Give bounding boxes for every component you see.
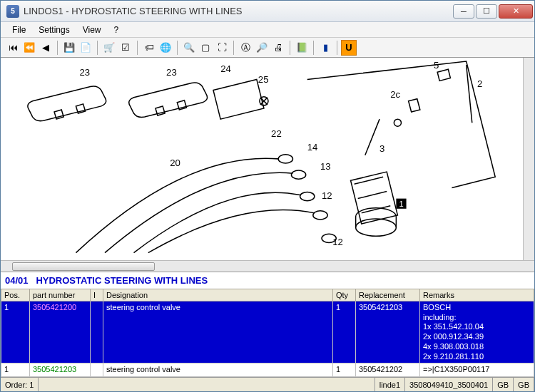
flag-icon[interactable]: ▮	[317, 40, 333, 56]
cell-remarks: BOSCH including: 1x 351.542.10.04 2x 000…	[420, 301, 534, 363]
titlebar: 5 LINDOS1 - HYDROSTATIC STEERING WITH LI…	[1, 1, 534, 22]
parts-diagram: 1 23 23 24 25 22 20 14 13 12 12 2c 3 5 2	[1, 58, 534, 260]
tag-icon[interactable]: 🏷	[141, 40, 157, 56]
u-icon[interactable]: U	[341, 40, 357, 56]
callout-2: 2	[477, 78, 482, 89]
toolbar: ⏮ ⏪ ◀ 💾 📄 🛒 ☑ 🏷 🌐 🔍 ▢ ⛶ Ⓐ 🔎 🖨 📗 ▮ U	[1, 38, 534, 58]
separator	[57, 41, 58, 55]
export-icon[interactable]: 📄	[78, 40, 93, 56]
table-row[interactable]: 13505421203steering control valve1350542…	[1, 363, 534, 377]
status-spacer	[39, 378, 374, 391]
col-qty[interactable]: Qty	[333, 289, 356, 301]
svg-point-2	[291, 170, 305, 179]
separator	[290, 41, 290, 55]
zoom-in-icon[interactable]: 🔍	[181, 40, 197, 56]
menu-file[interactable]: File	[6, 24, 31, 36]
cell-replacement: 3505421203	[356, 301, 420, 363]
svg-point-3	[300, 192, 315, 200]
separator	[313, 41, 314, 55]
separator	[177, 41, 178, 55]
callout-2c: 2c	[390, 89, 400, 100]
menu-view[interactable]: View	[77, 24, 107, 36]
a-icon[interactable]: Ⓐ	[238, 40, 253, 56]
parts-table: Pos. part number I Designation Qty Repla…	[1, 289, 534, 377]
globe-icon[interactable]: 🌐	[158, 40, 173, 56]
cart-icon[interactable]: 🛒	[101, 40, 117, 56]
diagram-viewport[interactable]: 1 23 23 24 25 22 20 14 13 12 12 2c 3 5 2	[1, 58, 534, 260]
cell-partnum: 3505421203	[30, 363, 91, 377]
svg-text:1: 1	[399, 200, 403, 208]
callout-24: 24	[220, 63, 231, 74]
col-pos[interactable]: Pos.	[1, 289, 30, 301]
col-designation[interactable]: Designation	[103, 289, 333, 301]
maximize-button[interactable]: ☐	[476, 4, 497, 19]
callout-23a: 23	[80, 67, 91, 78]
col-remarks[interactable]: Remarks	[420, 289, 534, 301]
separator	[233, 41, 234, 55]
book-icon[interactable]: 📗	[294, 40, 310, 56]
menu-settings[interactable]: Settings	[33, 24, 75, 36]
callout-14: 14	[307, 142, 318, 153]
svg-point-4	[313, 211, 327, 220]
save-icon[interactable]: 💾	[61, 40, 77, 56]
order-value: 1	[29, 381, 34, 389]
status-code: 3508049410_3500401	[405, 378, 493, 391]
prev-icon[interactable]: ◀	[38, 40, 54, 56]
cell-designation: steering control valve	[103, 301, 333, 363]
table-row[interactable]: 13505421200steering control valve1350542…	[1, 301, 534, 363]
status-lang2: GB	[514, 378, 534, 391]
scrollbar-vertical[interactable]	[523, 58, 534, 260]
cell-qty: 1	[333, 301, 356, 363]
status-user: linde1	[375, 378, 405, 391]
status-order: Order: 1	[1, 378, 39, 391]
scroll-thumb[interactable]	[12, 262, 155, 271]
section-title: HYDROSTATIC STEERING WITH LINES	[36, 275, 208, 286]
svg-point-9	[394, 119, 401, 126]
cell-pos: 1	[1, 301, 30, 363]
close-button[interactable]: ✕	[499, 4, 533, 19]
find-icon[interactable]: 🔎	[254, 40, 270, 56]
separator	[97, 41, 98, 55]
cell-i	[91, 301, 103, 363]
cell-replacement: 3505421202	[356, 363, 420, 377]
cell-i	[91, 363, 103, 377]
svg-point-6	[356, 219, 397, 236]
cell-partnum: 3505421200	[30, 301, 91, 363]
status-lang1: GB	[493, 378, 514, 391]
parts-table-area: 04/01 HYDROSTATIC STEERING WITH LINES Po…	[1, 272, 534, 377]
rewind-icon[interactable]: ⏪	[21, 40, 37, 56]
callout-12a: 12	[322, 190, 332, 201]
window-buttons: ─ ☐ ✕	[452, 4, 533, 19]
scrollbar-horizontal[interactable]	[1, 260, 534, 272]
statusbar: Order: 1 linde1 3508049410_3500401 GB GB	[1, 377, 534, 391]
table-header-row: Pos. part number I Designation Qty Repla…	[1, 289, 534, 301]
app-window: 5 LINDOS1 - HYDROSTATIC STEERING WITH LI…	[0, 0, 535, 392]
callout-20: 20	[170, 158, 180, 168]
section-code: 04/01	[5, 275, 29, 286]
col-replacement[interactable]: Replacement	[356, 289, 420, 301]
separator	[337, 41, 337, 55]
callout-22: 22	[271, 128, 282, 139]
menubar: File Settings View ?	[1, 22, 534, 38]
callout-12b: 12	[332, 237, 343, 247]
order-label: Order:	[5, 381, 27, 389]
col-i[interactable]: I	[91, 289, 103, 301]
col-partnum[interactable]: part number	[30, 289, 91, 301]
callout-3: 3	[379, 143, 384, 154]
menu-help[interactable]: ?	[108, 24, 125, 36]
page-icon[interactable]: ▢	[198, 40, 213, 56]
app-icon: 5	[6, 5, 19, 18]
cell-remarks: =>|C1X350P00117	[420, 363, 534, 377]
first-icon[interactable]: ⏮	[5, 40, 21, 56]
callout-23b: 23	[166, 67, 177, 78]
cell-pos: 1	[1, 363, 30, 377]
callout-25: 25	[258, 74, 269, 85]
fit-icon[interactable]: ⛶	[214, 40, 230, 56]
cell-designation: steering control valve	[103, 363, 333, 377]
svg-point-1	[278, 155, 292, 163]
minimize-button[interactable]: ─	[453, 4, 474, 19]
section-header: 04/01 HYDROSTATIC STEERING WITH LINES	[1, 272, 534, 289]
check-icon[interactable]: ☑	[118, 40, 133, 56]
print-icon[interactable]: 🖨	[270, 40, 286, 56]
callout-13: 13	[320, 161, 331, 172]
